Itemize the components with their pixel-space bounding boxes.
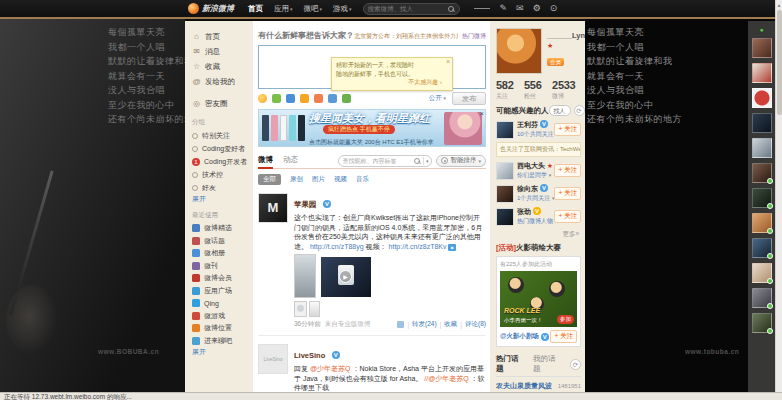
chat-contact-avatar[interactable] [752, 288, 772, 308]
group-friends[interactable]: 好友 [192, 181, 253, 194]
post-author[interactable]: 苹果园 [294, 200, 317, 209]
more-people-link[interactable]: 更多» [498, 230, 579, 239]
recent-app[interactable]: 微相册 [192, 247, 253, 260]
group-coding-2[interactable]: 1Coding开发者 [192, 155, 253, 168]
post-image[interactable] [309, 301, 320, 317]
sidebar-item-messages[interactable]: ✉消息 [192, 44, 253, 59]
profile-avatar[interactable] [496, 28, 542, 74]
chat-contact-avatar[interactable] [752, 313, 772, 333]
post-source[interactable]: 来自专业版微博 [325, 320, 371, 329]
mail-icon[interactable]: ✉ [516, 0, 524, 18]
chat-contact-avatar[interactable] [752, 238, 772, 258]
search-icon[interactable] [413, 157, 421, 165]
tab-weibo[interactable]: 微博 [258, 153, 273, 169]
close-icon[interactable]: × [479, 109, 484, 118]
avatar[interactable]: M [258, 193, 288, 223]
video-thumbnail[interactable]: ▶ [321, 257, 371, 297]
video-icon[interactable] [286, 94, 295, 103]
collect-link[interactable]: 收藏 [444, 320, 457, 329]
post-timestamp[interactable]: 36分钟前 [294, 320, 321, 329]
follow-button[interactable]: + 关注 [550, 330, 577, 343]
tooltip-dismiss-link[interactable]: 不太感兴趣 › [336, 78, 442, 87]
join-button[interactable]: 参加 [557, 315, 574, 324]
tab-hot-topics[interactable]: 热门话题 [496, 354, 524, 374]
close-icon[interactable]: × [446, 58, 450, 67]
recent-app[interactable]: 微博精选 [192, 222, 253, 235]
person-relation[interactable]: 热门微博人物 ▾ [517, 217, 554, 226]
global-search-input[interactable] [368, 5, 447, 12]
refresh-icon[interactable]: ⟳ [570, 359, 581, 370]
post-image[interactable] [294, 301, 307, 317]
recent-expand-link[interactable]: 展开 [192, 347, 253, 357]
profile-name[interactable]: ______Lyn [547, 31, 581, 40]
chat-contact-avatar[interactable] [752, 163, 772, 183]
follow-button[interactable]: + 关注 [554, 123, 581, 136]
nav-games[interactable]: 游戏▾ [333, 4, 352, 14]
person-name[interactable]: 西电大头★ [517, 161, 553, 171]
weibo-logo-icon[interactable] [188, 3, 199, 14]
chat-contact-avatar[interactable] [752, 88, 772, 108]
chat-contact-avatar[interactable] [752, 263, 772, 283]
activity-title[interactable]: [活动]火影萌绘大赛 [496, 243, 581, 253]
dictionary-icon[interactable] [328, 94, 337, 103]
topic-link[interactable]: 农夫山泉质量风波 [496, 381, 552, 391]
recent-app[interactable]: 微博会员 [192, 272, 253, 285]
chat-contact-avatar[interactable] [752, 213, 772, 233]
compose-icon[interactable]: ✎ [500, 0, 508, 18]
avatar[interactable] [496, 121, 514, 139]
hot-weibo-link[interactable]: 热门微博 [462, 32, 486, 41]
post-link[interactable]: http://t.cn/z8zT8Kv [389, 243, 447, 250]
topic-icon[interactable] [300, 94, 309, 103]
nav-apps[interactable]: 应用▾ [274, 4, 293, 14]
find-people-button[interactable]: 找人 [549, 105, 571, 116]
mention-link[interactable]: @少年老苏Q [310, 365, 351, 372]
filter-music[interactable]: 音乐 [356, 175, 369, 184]
publish-button[interactable]: 发布 [452, 92, 486, 105]
sidebar-item-mentions[interactable]: @发给我的 [192, 74, 253, 89]
group-special-follow[interactable]: 特别关注 [192, 129, 253, 142]
tab-my-topics[interactable]: 我的话题 [533, 354, 561, 374]
stat-posts[interactable]: 2533微博 [552, 79, 580, 101]
person-relation[interactable]: 10个共同关注 ▾ [517, 130, 554, 139]
chat-contact-avatar[interactable] [752, 38, 772, 58]
compose-textarea[interactable]: 精彩开始新的一天，发现随时随地的新鲜事，手机也可以。 不太感兴趣 › × [258, 45, 486, 89]
image-icon[interactable] [272, 94, 281, 103]
group-coding-1[interactable]: Coding爱好者 [192, 142, 253, 155]
recent-app[interactable]: 微刊 [192, 260, 253, 273]
filter-video[interactable]: 视频 [334, 175, 347, 184]
search-icon[interactable] [447, 5, 455, 13]
filter-image[interactable]: 图片 [312, 175, 325, 184]
vip-badge[interactable]: 会员 [547, 58, 564, 66]
visibility-dropdown[interactable]: 公开 ▾ [429, 94, 446, 103]
ad-banner[interactable]: 搜星闻美女，看明星蹿红 疯狂蹭热点 手机赢不停 点击图标就能赢大奖 200台 H… [258, 109, 486, 147]
scroll-up-arrow[interactable]: ▲ [776, 2, 782, 8]
recent-app[interactable]: 微博位置 [192, 322, 253, 335]
tab-activity[interactable]: 动态 [283, 153, 298, 169]
refresh-icon[interactable]: ⟳ [574, 105, 585, 116]
avatar[interactable]: LiveSino [258, 344, 288, 374]
avatar[interactable] [496, 208, 514, 226]
smart-sort-dropdown[interactable]: 智能排序 ▾ [436, 155, 486, 167]
recent-app[interactable]: 进来聊吧 [192, 335, 253, 348]
weibo-logo-text[interactable]: 新浪微博 [202, 3, 234, 14]
sidebar-item-home[interactable]: ⌂首页 [192, 29, 253, 44]
follow-button[interactable]: + 关注 [554, 210, 581, 223]
person-relation[interactable]: 1个共同关注 ▾ [517, 194, 554, 203]
more-apps-icon[interactable] [342, 94, 351, 103]
post-author[interactable]: LiveSino [294, 351, 325, 360]
scrollbar-thumb[interactable] [777, 10, 782, 115]
avatar[interactable] [496, 185, 514, 203]
post-link[interactable]: http://t.cn/zT88yg [310, 243, 364, 250]
groups-expand-link[interactable]: 展开 [192, 194, 253, 204]
person-name[interactable]: 王利芬V [517, 120, 554, 130]
power-icon[interactable]: ⊙ [550, 0, 558, 18]
gear-icon[interactable]: ⚙ [533, 0, 541, 18]
filter-original[interactable]: 原创 [290, 175, 303, 184]
feed-search-input[interactable] [342, 158, 410, 164]
nav-home[interactable]: 首页 [248, 4, 263, 14]
sidebar-item-close-friends[interactable]: ◎密友圈 [192, 96, 253, 111]
global-search-box[interactable] [363, 3, 460, 15]
person-relation[interactable]: 你们是同学 ▾ [517, 171, 553, 180]
chat-contact-avatar[interactable] [752, 188, 772, 208]
comment-link[interactable]: 评论(8) [465, 320, 486, 329]
